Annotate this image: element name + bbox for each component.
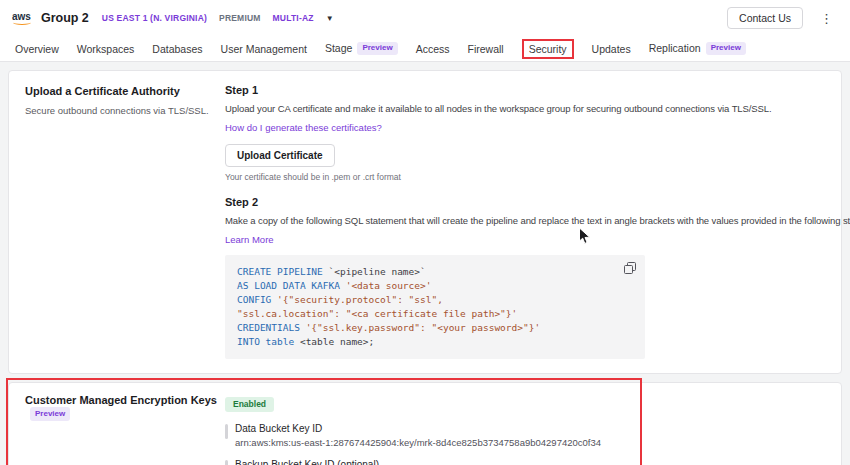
upload-certificate-button[interactable]: Upload Certificate: [225, 144, 335, 167]
tab-bar: Overview Workspaces Databases User Manag…: [0, 36, 850, 62]
key-label: Data Bucket Key ID: [235, 423, 601, 434]
tab-access[interactable]: Access: [407, 43, 459, 55]
top-bar-right: Contact Us ⋮: [727, 7, 838, 29]
code-keyword: CONFIG: [237, 294, 277, 305]
code-line: "ssl.ca.location": "<ca certificate file…: [237, 307, 633, 321]
code-string: '{"ssl.key.password": "<your password>"}…: [306, 322, 541, 333]
top-bar-left: aws Group 2 US EAST 1 (N. VIRGINIA) PREM…: [12, 11, 334, 25]
certificate-card-right: Step 1 Upload your CA certificate and ma…: [225, 84, 825, 359]
code-keyword: CREDENTIALS: [237, 322, 306, 333]
code-keyword: CREATE PIPELINE: [237, 266, 329, 277]
tab-updates[interactable]: Updates: [583, 43, 640, 55]
kebab-menu-icon[interactable]: ⋮: [815, 11, 838, 26]
tab-label: Stage: [325, 42, 352, 54]
backup-bucket-key-row: Backup Bucket Key ID (optional) arn:aws:…: [225, 459, 825, 465]
key-icon: [225, 424, 228, 439]
step2-description: Make a copy of the following SQL stateme…: [225, 215, 825, 226]
step1-heading: Step 1: [225, 84, 825, 96]
encryption-card-right: Enabled Data Bucket Key ID arn:aws:kms:u…: [225, 393, 825, 465]
generate-certificates-link[interactable]: How do I generate these certificates?: [225, 122, 382, 133]
encryption-section-title: Customer Managed Encryption Keys: [25, 393, 217, 407]
certificate-section-subtitle: Secure outbound connections via TLS/SSL.: [25, 105, 225, 116]
code-text: `<pipeline name>`: [329, 266, 426, 277]
region-badge: US EAST 1 (N. VIRGINIA): [102, 13, 207, 23]
certificate-card-left: Upload a Certificate Authority Secure ou…: [25, 84, 225, 359]
page-title: Group 2: [41, 11, 89, 25]
tab-workspaces[interactable]: Workspaces: [68, 43, 144, 55]
top-bar: aws Group 2 US EAST 1 (N. VIRGINIA) PREM…: [0, 0, 850, 36]
workspace-group-page: aws Group 2 US EAST 1 (N. VIRGINIA) PREM…: [0, 0, 850, 465]
group-badges: US EAST 1 (N. VIRGINIA) PREMIUM MULTI-AZ: [102, 13, 314, 23]
code-line: CREDENTIALS '{"ssl.key.password": "<your…: [237, 321, 633, 335]
tab-firewall[interactable]: Firewall: [458, 43, 512, 55]
certificate-section-title: Upload a Certificate Authority: [25, 84, 225, 98]
preview-badge: Preview: [30, 407, 70, 420]
annotation-highlight-security: Security: [522, 39, 574, 59]
encryption-card-left: Customer Managed Encryption Keys Preview: [25, 393, 225, 465]
tab-label: Security: [529, 43, 567, 55]
code-string: "ssl.ca.location": "<ca certificate file…: [237, 308, 517, 319]
step2-heading: Step 2: [225, 196, 825, 208]
tab-label: Access: [416, 43, 450, 55]
tab-overview[interactable]: Overview: [6, 43, 68, 55]
tab-label: Updates: [592, 43, 631, 55]
code-string: '<data source>': [346, 280, 432, 291]
multi-az-badge: MULTI-AZ: [273, 13, 314, 23]
key-icon: [225, 460, 228, 465]
step1-description: Upload your CA certificate and make it a…: [225, 103, 825, 114]
code-line: INTO table <table name>;: [237, 335, 633, 349]
code-text: <table name>;: [300, 336, 374, 347]
code-keyword: AS LOAD DATA KAFKA: [237, 280, 346, 291]
encryption-keys-card: Customer Managed Encryption Keys Preview…: [8, 382, 842, 465]
certificate-authority-card: Upload a Certificate Authority Secure ou…: [8, 70, 842, 374]
certificate-format-hint: Your certificate should be in .pem or .c…: [225, 172, 825, 182]
key-value: arn:aws:kms:us-east-1:287674425904:key/m…: [235, 437, 601, 448]
sql-code-block: CREATE PIPELINE `<pipeline name>` AS LOA…: [225, 255, 645, 359]
tab-label: Overview: [15, 43, 59, 55]
copy-icon[interactable]: [624, 262, 636, 278]
premium-badge: PREMIUM: [219, 13, 261, 23]
tab-label: Databases: [152, 43, 202, 55]
chevron-down-icon[interactable]: ▼: [326, 14, 334, 23]
tab-databases[interactable]: Databases: [143, 43, 211, 55]
code-line: CREATE PIPELINE `<pipeline name>`: [237, 265, 633, 279]
tab-user-management[interactable]: User Management: [212, 43, 316, 55]
preview-badge: Preview: [357, 42, 397, 55]
tab-label: Workspaces: [77, 43, 135, 55]
data-bucket-key-row: Data Bucket Key ID arn:aws:kms:us-east-1…: [225, 423, 825, 448]
tab-label: Replication: [649, 42, 701, 54]
encryption-title-row: Customer Managed Encryption Keys Preview: [25, 393, 225, 421]
tab-label: User Management: [221, 43, 307, 55]
tab-stage[interactable]: Stage Preview: [316, 42, 407, 55]
tab-label: Firewall: [467, 43, 503, 55]
code-keyword: INTO table: [237, 336, 300, 347]
learn-more-link[interactable]: Learn More: [225, 234, 274, 245]
contact-us-button[interactable]: Contact Us: [727, 7, 803, 29]
preview-badge: Preview: [706, 42, 746, 55]
key-info: Data Bucket Key ID arn:aws:kms:us-east-1…: [235, 423, 601, 448]
tab-replication[interactable]: Replication Preview: [640, 42, 755, 55]
code-line: CONFIG '{"security.protocol": "ssl",: [237, 293, 633, 307]
code-line: AS LOAD DATA KAFKA '<data source>': [237, 279, 633, 293]
code-string: '{"security.protocol": "ssl",: [277, 294, 443, 305]
tab-security[interactable]: Security: [513, 39, 583, 59]
status-badge-enabled: Enabled: [225, 397, 274, 412]
aws-logo-icon: aws: [12, 12, 31, 25]
key-info: Backup Bucket Key ID (optional) arn:aws:…: [235, 459, 598, 465]
key-label: Backup Bucket Key ID (optional): [235, 459, 598, 465]
